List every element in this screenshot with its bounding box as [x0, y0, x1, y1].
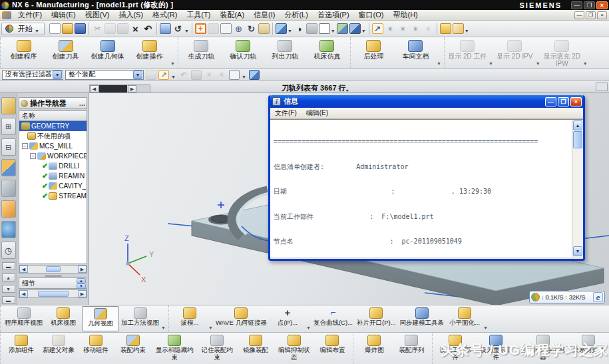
menu-format[interactable]: 格式(R) [148, 9, 182, 21]
part-navigator-tab[interactable] [1, 138, 16, 156]
chevron-down-icon[interactable]: ▼ [171, 75, 176, 79]
snap-point-icon[interactable] [372, 23, 383, 34]
mirror-assembly-button[interactable]: 镜像装配 [237, 333, 274, 363]
menu-assemblies[interactable]: 装配(A) [215, 9, 249, 21]
shop-documentation-button[interactable]: 车间文档 [395, 38, 437, 67]
info-menu-file[interactable]: 文件(F) [270, 108, 302, 118]
point-button[interactable]: 点(P)... [269, 306, 306, 331]
scroll-left-icon[interactable]: ◀ [19, 266, 28, 273]
chevron-down-icon[interactable]: ▼ [242, 75, 246, 79]
details-section[interactable]: 细节 ▲ ▼ [19, 277, 87, 289]
machine-simulation-button[interactable]: 机床仿真 [306, 38, 348, 67]
selection-scope-dropdown[interactable]: 整个装配 ▼ [65, 70, 144, 80]
background-icon[interactable] [319, 23, 330, 34]
zoom-in-icon[interactable] [233, 23, 244, 34]
collapse-icon[interactable] [30, 153, 36, 159]
machine-tool-view-button[interactable]: 机床视图 [45, 306, 82, 331]
info-maximize-button[interactable]: ❐ [558, 97, 569, 106]
new-parent-button[interactable]: 新建父对象 [40, 333, 77, 363]
chevron-down-icon[interactable]: ▼ [465, 29, 469, 33]
remember-constraints-button[interactable]: 记住装配约束 [197, 333, 237, 363]
edit-arrangement-button[interactable]: 编辑布置 [313, 333, 351, 363]
tree-item-geometry[interactable]: GEOMETRY [19, 121, 87, 131]
measure-angle-icon[interactable] [453, 23, 464, 34]
orbit-icon[interactable] [172, 23, 184, 34]
assembly-navigator-tab[interactable] [1, 97, 16, 114]
dropdown-arrow-icon[interactable]: ▼ [53, 71, 62, 79]
chevron-down-icon[interactable]: ▼ [489, 61, 493, 66]
patch-opening-button[interactable]: 补片开口(P)... [355, 306, 398, 331]
info-v-scrollbar[interactable]: ▲ ▼ [572, 120, 583, 257]
spin-down-icon[interactable]: ▼ [77, 283, 86, 289]
draft-button[interactable]: 拔模... [171, 306, 208, 331]
show-filled-2d-ipw-button[interactable]: 显示填充 2D IPW [541, 38, 583, 67]
zoom-region-icon[interactable] [220, 23, 232, 34]
exploded-view-button[interactable]: 爆炸图 [355, 333, 393, 363]
pan-icon[interactable] [258, 23, 270, 34]
scrollbar-thumb[interactable] [38, 291, 69, 297]
move-component-button[interactable]: 移动组件 [77, 333, 114, 363]
rotate-view-icon[interactable] [246, 23, 257, 34]
scroll-left-icon[interactable]: ◀ [90, 85, 99, 92]
scroll-right-icon[interactable]: ▶ [128, 85, 136, 92]
create-geometry-button[interactable]: 创建几何体 [87, 38, 128, 67]
delete-icon[interactable] [130, 23, 141, 34]
status-corner-box[interactable] [596, 83, 608, 91]
facet-body-button[interactable]: 小平面化... [446, 306, 483, 331]
measure-distance-icon[interactable] [440, 23, 451, 34]
tree-item-workpiece[interactable]: WORKPIECE [19, 151, 87, 161]
constraint-navigator-tab[interactable] [1, 118, 16, 135]
navigator-menu-dots[interactable]: ... [79, 99, 85, 107]
toolbar-overflow-icon[interactable]: ▼ [170, 61, 175, 66]
create-tool-button[interactable]: 创建刀具 [45, 38, 87, 67]
toolbar-overflow-icon[interactable]: ▼ [583, 61, 588, 66]
menu-information[interactable]: 信息(I) [249, 9, 280, 21]
snap-midpoint-icon[interactable] [385, 23, 396, 34]
toolbar-overflow-icon[interactable]: ▼ [483, 325, 488, 330]
info-menu-edit[interactable]: 编辑(E) [302, 108, 333, 118]
snap-center-icon[interactable] [410, 23, 421, 34]
deselect-icon[interactable] [178, 70, 189, 80]
snap-quadrant-icon[interactable] [423, 23, 434, 34]
dropdown-arrow-icon[interactable]: ▼ [133, 71, 142, 79]
tree-item-streamline[interactable]: STREAM [19, 191, 87, 201]
operation-navigator-tab[interactable] [1, 159, 16, 176]
info-close-button[interactable]: × [570, 97, 582, 106]
info-cursor-icon[interactable] [160, 23, 171, 34]
history-tab[interactable] [1, 242, 16, 259]
machine-tool-navigator-tab[interactable] [1, 180, 16, 197]
composite-curve-button[interactable]: 复合曲线(C)... [311, 306, 355, 331]
geometry-view-button[interactable]: 几何视图 [82, 306, 119, 331]
scrollbar-thumb[interactable] [573, 131, 582, 148]
show-hide-constraints-button[interactable]: 显示和隐藏约束 [152, 333, 197, 363]
generate-toolpath-button[interactable]: 生成刀轨 [180, 38, 222, 67]
paste-icon[interactable] [117, 23, 128, 34]
info-minimize-button[interactable]: — [545, 97, 556, 106]
minimize-button[interactable]: — [571, 1, 582, 9]
menu-tools[interactable]: 工具(T) [182, 9, 215, 21]
add-component-button[interactable]: 添加组件 [3, 333, 40, 363]
reuse-library-tab[interactable] [1, 200, 16, 218]
tree-item-reaming[interactable]: REAMIN [19, 171, 87, 181]
selection-filter-dropdown[interactable]: 没有选择过滤器 ▼ [2, 70, 63, 80]
show-2d-workpiece-button[interactable]: 显示 2D 工件 [447, 38, 489, 67]
details-h-scrollbar[interactable]: ◀ ▶ [19, 289, 87, 298]
save-icon[interactable] [75, 23, 86, 34]
panel-up-button[interactable]: ▲ [2, 273, 15, 281]
tree-item-mcs-mill[interactable]: MCS_MILL [19, 141, 87, 151]
edit-display-icon[interactable] [306, 23, 317, 34]
open-folder-icon[interactable] [62, 23, 73, 34]
menu-view[interactable]: 视图(V) [81, 9, 114, 21]
machining-method-view-button[interactable]: 加工方法视图 [119, 306, 161, 331]
render-style-icon[interactable] [294, 23, 305, 34]
scrollbar-thumb[interactable] [46, 266, 61, 272]
mdi-minimize-button[interactable]: — [574, 11, 584, 19]
collapse-icon[interactable] [22, 143, 28, 149]
menu-help[interactable]: 帮助(H) [388, 9, 422, 21]
network-speed-widget[interactable]: ↓ 0.1K/S ↑ 32K/S e [529, 291, 605, 303]
edit-suppression-state-button[interactable]: 编辑抑制状态 [274, 333, 314, 363]
solid-body-filter-icon[interactable] [249, 70, 260, 80]
menu-insert[interactable]: 插入(S) [114, 9, 148, 21]
undo-icon[interactable] [142, 23, 154, 34]
navigator-header[interactable]: 操作导航器 ... [19, 97, 87, 109]
